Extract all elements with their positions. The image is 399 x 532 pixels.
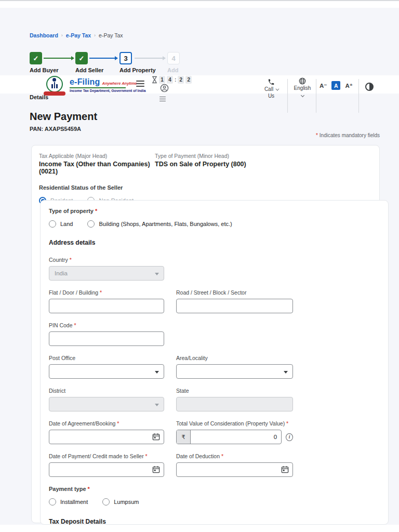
income-tax-emblem-icon (45, 76, 64, 95)
area-locality-select[interactable] (176, 364, 293, 379)
language-menu[interactable]: English (290, 77, 315, 96)
efiling-wordmark: e-Filing (70, 77, 100, 87)
step-3-add-property[interactable]: 3 (119, 52, 132, 64)
payment-date-field[interactable] (49, 462, 164, 477)
chevron-down-icon (155, 371, 159, 374)
breadcrumb: Dashboard › e-Pay Tax › e-Pay Tax (30, 32, 123, 38)
hourglass-icon (152, 76, 157, 84)
timer-digit: 4 (167, 76, 173, 84)
radio-lumpsum[interactable] (102, 498, 110, 506)
call-us-menu[interactable]: Call Us (259, 78, 284, 99)
post-office-label: Post Office (49, 355, 164, 361)
font-decrease-button[interactable]: A⁻ (320, 82, 327, 89)
chevron-down-icon (300, 94, 304, 97)
agreement-date-input[interactable] (49, 430, 164, 444)
breadcrumb-dashboard[interactable]: Dashboard (30, 32, 58, 38)
road-label: Road / Street / Block / Sector (176, 289, 293, 296)
payment-date-label: Date of Payment/ Credit made to Seller * (49, 453, 164, 459)
step-1-add-buyer[interactable]: ✓ (30, 52, 42, 64)
total-value-amount[interactable]: 0 (191, 430, 281, 444)
radio-installment[interactable] (49, 498, 56, 506)
step-2-add-seller[interactable]: ✓ (75, 52, 88, 64)
efiling-logo[interactable]: e-Filing Anywhere Anytime Income Tax Dep… (70, 77, 145, 92)
deduction-date-input[interactable] (176, 462, 293, 477)
step-3-label: Add Property (119, 67, 156, 73)
globe-icon (299, 77, 306, 85)
type-of-property-label: Type of property * (49, 208, 380, 214)
major-head-label: Tax Applicable (Major Head) (39, 153, 155, 159)
country-label: Country * (49, 257, 164, 263)
header-divider (287, 79, 288, 113)
step-details-label: Details (30, 94, 48, 100)
step-4-label: Add (167, 67, 178, 73)
logo-divider (70, 87, 126, 88)
chevron-down-icon (155, 273, 159, 275)
font-increase-button[interactable]: A⁺ (345, 82, 352, 89)
language-label: English (290, 85, 315, 91)
font-normal-button[interactable]: A (331, 81, 340, 90)
step-connector-1 (44, 58, 74, 59)
state-label: State (176, 388, 293, 394)
step-connector-3 (135, 58, 165, 59)
bottom-band (0, 525, 399, 532)
step-2-label: Add Seller (75, 67, 103, 73)
breadcrumb-current: e-Pay Tax (99, 32, 123, 38)
radio-land[interactable] (49, 220, 56, 228)
flat-input[interactable] (49, 299, 164, 313)
mandatory-fields-note: *Indicates mandatory fields (316, 132, 380, 138)
menu-icon-small[interactable] (159, 95, 166, 103)
info-icon[interactable]: i (286, 433, 293, 441)
timer-digit: 2 (178, 76, 184, 84)
epay-tax-page: Dashboard › e-Pay Tax › e-Pay Tax ✓ ✓ 3 … (0, 0, 399, 532)
breadcrumb-epay-tax[interactable]: e-Pay Tax (66, 32, 91, 38)
pin-code-input[interactable] (49, 331, 164, 346)
calendar-icon[interactable] (152, 466, 160, 473)
flat-label: Flat / Door / Building * (49, 289, 164, 296)
total-value-field[interactable]: ₹ 0 (176, 430, 282, 444)
country-select: India (49, 266, 164, 281)
state-field (176, 397, 293, 411)
header-divider (358, 79, 359, 113)
call-us-line2: Us (259, 92, 284, 99)
deduction-date-label: Date of Deduction * (176, 453, 293, 459)
radio-lumpsum-label: Lumpsum (114, 499, 139, 505)
payment-date-input[interactable] (49, 462, 164, 477)
district-label: District (49, 388, 164, 394)
minor-head-label: Type of Payment (Minor Head) (155, 153, 246, 159)
breadcrumb-separator: › (94, 33, 96, 38)
area-locality-label: Area/Locality (176, 355, 293, 361)
calendar-icon[interactable] (152, 433, 160, 441)
contrast-toggle-icon[interactable] (365, 83, 374, 91)
agreement-date-field[interactable] (49, 430, 164, 444)
calendar-icon[interactable] (281, 466, 289, 473)
property-details-card: Type of property * Land Building (Shops,… (40, 200, 389, 525)
residential-status-label: Residential Status of the Seller (39, 184, 372, 191)
step-4-add-details[interactable]: 4 (167, 52, 180, 64)
profile-icon[interactable] (160, 84, 169, 92)
top-strip (0, 1, 399, 8)
district-select (49, 397, 164, 411)
font-size-controls: A⁻ A A⁺ (320, 81, 353, 90)
pan-value: PAN: AXAPS5459A (30, 126, 81, 132)
radio-building[interactable] (87, 220, 95, 228)
post-office-select[interactable] (49, 364, 164, 379)
address-details-heading: Address details (49, 239, 380, 246)
radio-installment-label: Installment (60, 499, 88, 505)
chevron-down-icon (155, 404, 159, 406)
menu-icon[interactable] (136, 79, 144, 88)
step-connector-2 (89, 58, 117, 59)
breadcrumb-separator: › (61, 33, 63, 38)
timer-colon: : (175, 77, 176, 83)
efiling-tagline: Anywhere Anytime (102, 81, 137, 86)
chevron-down-icon (284, 371, 288, 374)
tax-deposit-details-heading: Tax Deposit Details (49, 518, 380, 525)
minor-head-value: TDS on Sale of Property (800) (155, 161, 246, 168)
road-input[interactable] (176, 299, 293, 313)
deduction-date-field[interactable] (176, 462, 293, 477)
radio-building-label: Building (Shops, Apartments, Flats, Bung… (99, 221, 232, 227)
call-us-line1: Call (264, 86, 273, 92)
page-title: New Payment (30, 111, 97, 123)
chevron-down-icon (275, 87, 279, 91)
header-divider (316, 79, 316, 113)
radio-land-label: Land (60, 221, 73, 227)
